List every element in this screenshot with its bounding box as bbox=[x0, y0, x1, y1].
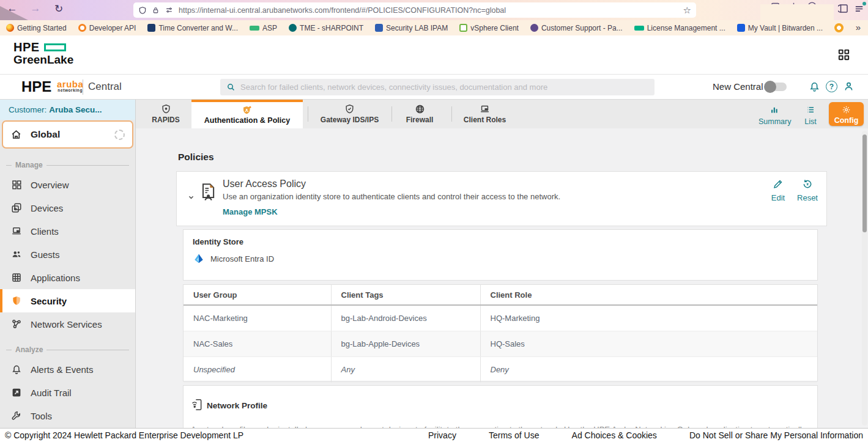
help-icon[interactable]: ? bbox=[826, 81, 837, 92]
globe-icon bbox=[530, 24, 538, 32]
summary-view-button[interactable]: Summary bbox=[759, 105, 790, 126]
permissions-sliders-icon[interactable] bbox=[165, 6, 174, 14]
sidebar-item-security[interactable]: Security bbox=[0, 289, 135, 312]
sidebar-nav: Manage Overview Devices Clients Guests A… bbox=[0, 151, 135, 427]
menu-button[interactable] bbox=[854, 4, 864, 17]
sidebar-item-overview[interactable]: Overview bbox=[0, 173, 135, 196]
sidebar-item-devices[interactable]: Devices bbox=[0, 196, 135, 219]
tab-authentication-policy[interactable]: Authentication & Policy bbox=[191, 100, 303, 128]
ipam-icon bbox=[375, 24, 383, 32]
tab-client-roles[interactable]: Client Roles bbox=[456, 100, 514, 128]
overlay-panel bbox=[760, 4, 834, 21]
app-switcher-icon[interactable] bbox=[837, 48, 851, 62]
global-search-input[interactable]: Search for failed clients, network devic… bbox=[220, 79, 655, 95]
footer-link-do-not-sell[interactable]: Do Not Sell or Share My Personal Informa… bbox=[689, 430, 863, 440]
network-icon bbox=[11, 319, 22, 330]
table-row-default[interactable]: Unspecified Any Deny bbox=[184, 356, 817, 382]
divider bbox=[391, 106, 392, 122]
bookmark-time-converter[interactable]: Time Converter and W... bbox=[147, 24, 238, 32]
forward-button[interactable]: → bbox=[28, 2, 43, 15]
tracking-shield-icon[interactable] bbox=[138, 6, 147, 15]
tab-gateway-ids-ips[interactable]: Gateway IDS/IPS bbox=[311, 100, 388, 128]
list-view-button[interactable]: List bbox=[799, 105, 822, 126]
bookmarks-overflow-chevron[interactable]: » bbox=[856, 22, 861, 32]
footer-link-ad-choices[interactable]: Ad Choices & Cookies bbox=[572, 430, 657, 440]
scrollbar-thumb[interactable] bbox=[862, 134, 867, 232]
identity-store-card: Identity Store Microsoft Entra ID bbox=[183, 229, 818, 281]
wrench-icon bbox=[11, 410, 22, 421]
sidebar-item-audit-trail[interactable]: Audit Trail bbox=[0, 381, 135, 404]
table-row[interactable]: NAC-Sales bg-Lab-Apple-Devices HQ-Sales bbox=[184, 331, 817, 356]
bookmark-security-lab-ipam[interactable]: Security LAB IPAM bbox=[375, 24, 448, 32]
edit-button[interactable]: Edit bbox=[764, 179, 792, 202]
bitwarden-icon bbox=[737, 24, 745, 32]
sidebar-item-network-services[interactable]: Network Services bbox=[0, 312, 135, 336]
bookmark-q[interactable] bbox=[834, 23, 844, 32]
bookmark-asp[interactable]: ASP bbox=[250, 24, 277, 32]
lock-icon[interactable] bbox=[152, 6, 160, 14]
notifications-bell-icon[interactable] bbox=[809, 81, 820, 92]
search-placeholder: Search for failed clients, network devic… bbox=[240, 83, 547, 92]
reset-button[interactable]: Reset bbox=[793, 179, 822, 202]
bookmark-tme-sharpoint[interactable]: TME - sHARPOINT bbox=[289, 24, 363, 32]
bookmark-vsphere-client[interactable]: vSphere Client bbox=[459, 24, 519, 32]
clock-icon bbox=[147, 24, 155, 32]
sidebar-item-guests[interactable]: Guests bbox=[0, 243, 135, 266]
main-region: RAPIDS Authentication & Policy Gateway I… bbox=[136, 100, 868, 428]
hpe-wordmark: HPE bbox=[21, 78, 51, 95]
greenlake-header: HPE GreenLake bbox=[0, 35, 868, 75]
laptop-icon bbox=[480, 104, 490, 114]
entra-id-icon bbox=[193, 253, 204, 264]
toggle-knob bbox=[764, 81, 776, 93]
security-tabbar: RAPIDS Authentication & Policy Gateway I… bbox=[136, 100, 868, 128]
search-icon bbox=[226, 83, 236, 92]
bookmark-license-management[interactable]: License Management ... bbox=[634, 24, 725, 32]
sidebar-item-applications[interactable]: Applications bbox=[0, 266, 135, 289]
sidebar-item-tools[interactable]: Tools bbox=[0, 404, 135, 427]
address-bar[interactable]: https://internal-ui.central.arubanetwork… bbox=[133, 2, 696, 18]
bookmark-bitwarden[interactable]: My Vault | Bitwarden ... bbox=[737, 24, 823, 32]
col-client-role: Client Role bbox=[480, 285, 817, 305]
new-central-toggle[interactable] bbox=[766, 83, 787, 91]
shield-icon bbox=[11, 295, 22, 306]
content-scrollbar[interactable] bbox=[862, 131, 867, 425]
manage-mpsk-link[interactable]: Manage MPSK bbox=[223, 207, 278, 216]
config-view-button[interactable]: Config bbox=[829, 102, 864, 126]
footer-link-privacy[interactable]: Privacy bbox=[428, 430, 456, 440]
grid-icon bbox=[11, 179, 22, 190]
firefox-view-icon[interactable] bbox=[838, 3, 849, 14]
chevron-down-icon[interactable] bbox=[187, 193, 196, 202]
policy-document-icon bbox=[199, 183, 217, 202]
new-central-label: New Central bbox=[713, 81, 763, 92]
reload-button[interactable]: ↻ bbox=[51, 2, 66, 15]
policy-title: User Access Policy bbox=[223, 179, 306, 190]
tab-firewall[interactable]: Firewall bbox=[398, 100, 442, 128]
sidebar: Customer:Aruba Secu... Global Manage Ove… bbox=[0, 100, 136, 428]
sharepoint-icon bbox=[289, 24, 297, 32]
policy-description: Use an organization identity store to au… bbox=[223, 192, 560, 201]
col-user-group: User Group bbox=[184, 285, 331, 305]
bookmark-customer-support[interactable]: Customer Support - Pa... bbox=[530, 24, 623, 32]
back-button[interactable]: ← bbox=[5, 2, 20, 15]
globe-icon bbox=[415, 104, 425, 114]
scope-selector-global[interactable]: Global bbox=[2, 120, 133, 149]
tab-rapids[interactable]: RAPIDS bbox=[144, 100, 188, 128]
sidebar-item-clients[interactable]: Clients bbox=[0, 219, 135, 243]
footer-link-terms[interactable]: Terms of Use bbox=[489, 430, 539, 440]
reset-icon bbox=[802, 179, 813, 190]
bookmark-getting-started[interactable]: Getting Started bbox=[6, 24, 67, 32]
audit-icon bbox=[11, 387, 22, 398]
table-row[interactable]: NAC-Marketing bg-Lab-Android-Devices HQ-… bbox=[184, 305, 817, 331]
customer-selector[interactable]: Customer:Aruba Secu... bbox=[0, 100, 135, 120]
footer-links: Privacy Terms of Use Ad Choices & Cookie… bbox=[428, 430, 863, 440]
scope-loading-icon bbox=[114, 130, 125, 140]
aruba-networking-logo: aruba networking bbox=[57, 79, 83, 92]
bookmarks-bar: Getting Started Developer API Time Conve… bbox=[0, 20, 868, 35]
user-profile-icon[interactable] bbox=[843, 81, 855, 92]
sidebar-item-alerts-events[interactable]: Alerts & Events bbox=[0, 358, 135, 381]
url-text[interactable]: https://internal-ui.central.arubanetwork… bbox=[179, 6, 678, 15]
bookmark-star-icon[interactable]: ☆ bbox=[683, 5, 691, 16]
auth-badge-icon bbox=[242, 105, 253, 116]
bookmark-developer-api[interactable]: Developer API bbox=[78, 24, 136, 32]
identity-store-label: Identity Store bbox=[193, 237, 243, 246]
